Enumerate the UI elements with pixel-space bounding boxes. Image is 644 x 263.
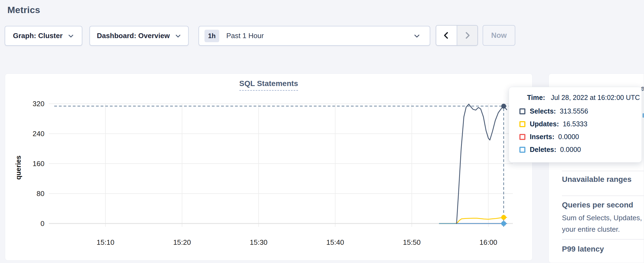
tooltip-series-value: 16.5333 [563, 120, 587, 128]
hover-point-updates[interactable] [501, 215, 506, 220]
hover-point-deletes[interactable] [501, 221, 506, 226]
tooltip-series-label: Inserts: [530, 133, 554, 141]
y-tick-label: 240 [33, 130, 44, 138]
tooltip-row-deletes: Deletes: 0.0000 [519, 143, 636, 156]
hover-point-selects[interactable] [501, 104, 506, 109]
time-range-selector[interactable]: 1h Past 1 Hour [198, 26, 430, 46]
x-tick-label: 15:20 [173, 238, 191, 246]
tooltip-row-selects: Selects: 313.5556 [519, 105, 636, 118]
updates-legend-swatch [519, 121, 525, 127]
tooltip-row-updates: Updates: 16.5333 [519, 118, 636, 130]
time-nav-group [436, 25, 478, 46]
tooltip-series-value: 0.0000 [560, 146, 581, 154]
dashboard-selector-dropdown[interactable]: Dashboard: Overview [89, 26, 189, 46]
graph-selector-dropdown[interactable]: Graph: Cluster [5, 26, 82, 46]
tooltip-series-value: 313.5556 [560, 107, 588, 115]
sidebar-divider [562, 239, 644, 240]
sidebar-body-line: your entire cluster. [562, 225, 620, 234]
series-line-updates[interactable] [439, 217, 507, 224]
tooltip-series-label: Deletes: [530, 146, 556, 154]
sidebar-heading-queries-per-second: Queries per second [562, 201, 633, 209]
graph-selector-label: Graph: Cluster [13, 32, 62, 40]
y-tick-label: 80 [37, 189, 44, 198]
selects-legend-swatch [519, 108, 525, 114]
x-tick-label: 15:50 [403, 238, 421, 246]
deletes-legend-swatch [519, 147, 525, 153]
next-time-button[interactable] [457, 26, 478, 45]
y-tick-label: 0 [41, 219, 44, 228]
y-tick-label: 320 [33, 100, 44, 108]
chevron-down-icon [175, 33, 181, 39]
chart-tooltip: Time: Jul 28, 2022 at 16:02:00 UTC Selec… [509, 87, 642, 163]
time-range-label: Past 1 Hour [226, 32, 413, 40]
x-tick-label: 15:40 [326, 238, 344, 246]
sidebar-clipped-legend-fragment [643, 113, 644, 118]
inserts-legend-swatch [519, 134, 525, 140]
tooltip-series-label: Selects: [530, 107, 556, 115]
sidebar-body-line: Sum of Selects, Updates, Inser [562, 214, 644, 222]
page-title: Metrics [7, 5, 40, 15]
sql-statements-chart[interactable]: 15:1015:2015:3015:4015:5016:000801602403… [5, 74, 532, 260]
sidebar-heading-p99-latency: P99 latency [562, 245, 604, 253]
sidebar-divider [562, 171, 644, 171]
tooltip-time-label: Time: [527, 94, 545, 101]
chevron-down-icon [68, 33, 74, 39]
chevron-left-icon [442, 31, 450, 40]
y-tick-label: 160 [33, 160, 44, 168]
tooltip-series-value: 0.0000 [558, 133, 579, 141]
sidebar-heading-unavailable-ranges: Unavailable ranges [562, 175, 631, 184]
sql-statements-chart-card: SQL Statements queries 15:1015:2015:3015… [5, 74, 532, 261]
x-tick-label: 15:10 [97, 238, 114, 246]
x-tick-label: 16:00 [480, 238, 497, 246]
tooltip-series-label: Updates: [530, 120, 559, 128]
chevron-right-icon [463, 31, 471, 40]
tooltip-time-row: Time: Jul 28, 2022 at 16:02:00 UTC [527, 94, 636, 102]
x-tick-label: 15:30 [250, 238, 267, 246]
sidebar-divider [562, 195, 644, 196]
now-button[interactable]: Now [483, 25, 515, 46]
dashboard-selector-label: Dashboard: Overview [97, 32, 170, 40]
tooltip-row-inserts: Inserts: 0.0000 [519, 130, 636, 143]
prev-time-button[interactable] [436, 26, 457, 45]
tooltip-time-value: Jul 28, 2022 at 16:02:00 UTC [551, 94, 640, 101]
chevron-down-icon [413, 32, 420, 39]
time-range-badge: 1h [204, 30, 219, 42]
